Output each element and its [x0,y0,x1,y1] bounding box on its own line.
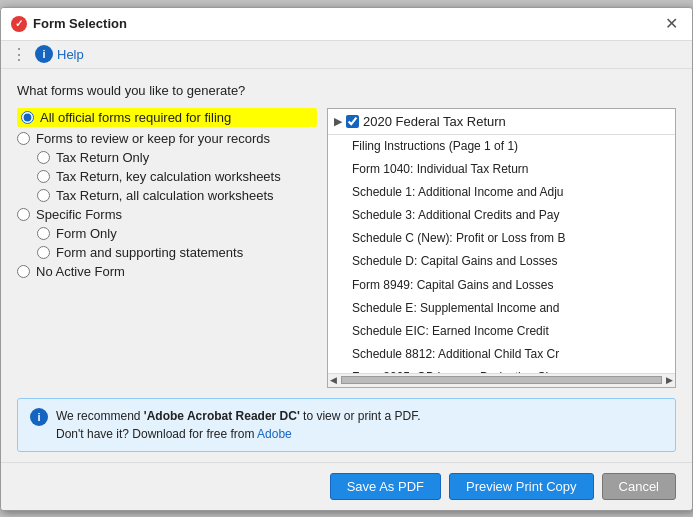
list-item[interactable]: Schedule 3: Additional Credits and Pay [328,204,675,227]
toolbar: ⋮ i Help [1,41,692,69]
main-area: All official forms required for filing F… [17,108,676,388]
radio-opt1[interactable] [21,111,34,124]
close-button[interactable]: ✕ [661,14,682,34]
horizontal-scrollbar[interactable]: ◀ ▶ [328,373,675,387]
form-title-icon: ✓ [11,16,27,32]
scroll-thumb-horizontal[interactable] [341,376,662,384]
radio-row-opt4: No Active Form [17,264,317,279]
list-item[interactable]: Schedule 1: Additional Income and Adju [328,181,675,204]
radio-row-opt1: All official forms required for filing [17,108,317,127]
info-bold-text: 'Adobe Acrobat Reader DC' [144,409,300,423]
radio-section: All official forms required for filing F… [17,108,317,283]
list-item[interactable]: Schedule 8812: Additional Child Tax Cr [328,343,675,366]
radio-label-opt2a[interactable]: Tax Return Only [56,150,149,165]
info-message2: to view or print a PDF. [300,409,421,423]
info-icon: i [30,408,48,426]
radio-opt2[interactable] [17,132,30,145]
radio-opt4[interactable] [17,265,30,278]
tree-collapse-icon[interactable]: ▶ [334,115,342,128]
radio-label-opt2[interactable]: Forms to review or keep for your records [36,131,270,146]
radio-opt2a[interactable] [37,151,50,164]
preview-print-copy-button[interactable]: Preview Print Copy [449,473,594,500]
list-item[interactable]: Schedule D: Capital Gains and Losses [328,250,675,273]
form-list-container: ▶ 2020 Federal Tax Return Filing Instruc… [327,108,676,388]
radio-label-opt2b[interactable]: Tax Return, key calculation worksheets [56,169,281,184]
radio-row-opt3a: Form Only [37,226,317,241]
radio-label-opt1[interactable]: All official forms required for filing [40,110,231,125]
scroll-right-icon[interactable]: ▶ [666,375,673,385]
radio-opt3a[interactable] [37,227,50,240]
radio-opt3[interactable] [17,208,30,221]
toolbar-dots-icon: ⋮ [11,45,27,64]
radio-row-opt2: Forms to review or keep for your records [17,131,317,146]
radio-opt2b[interactable] [37,170,50,183]
question-label: What forms would you like to generate? [17,83,676,98]
radio-label-opt3b[interactable]: Form and supporting statements [56,245,243,260]
adobe-link[interactable]: Adobe [257,427,292,441]
radio-opt2c[interactable] [37,189,50,202]
footer: Save As PDF Preview Print Copy Cancel [1,462,692,510]
radio-label-opt4[interactable]: No Active Form [36,264,125,279]
list-item[interactable]: Schedule EIC: Earned Income Credit [328,320,675,343]
form-selection-dialog: ✓ Form Selection ✕ ⋮ i Help What forms w… [0,7,693,511]
cancel-button[interactable]: Cancel [602,473,676,500]
scroll-left-icon[interactable]: ◀ [330,375,337,385]
radio-label-opt2c[interactable]: Tax Return, all calculation worksheets [56,188,274,203]
radio-row-opt2b: Tax Return, key calculation worksheets [37,169,317,184]
list-item[interactable]: Schedule E: Supplemental Income and [328,297,675,320]
form-list-header: ▶ 2020 Federal Tax Return [328,109,675,135]
list-item[interactable]: Schedule C (New): Profit or Loss from B [328,227,675,250]
form-list-scroll[interactable]: Filing Instructions (Page 1 of 1) Form 1… [328,135,675,373]
radio-opt3b[interactable] [37,246,50,259]
info-bar: i We recommend 'Adobe Acrobat Reader DC'… [17,398,676,452]
help-link[interactable]: Help [57,47,84,62]
radio-label-opt3[interactable]: Specific Forms [36,207,122,222]
radio-row-opt3: Specific Forms [17,207,317,222]
radio-row-opt2a: Tax Return Only [37,150,317,165]
content-area: What forms would you like to generate? A… [1,69,692,462]
list-item[interactable]: Form 8949: Capital Gains and Losses [328,274,675,297]
radio-row-opt3b: Form and supporting statements [37,245,317,260]
form-list-header-checkbox[interactable] [346,115,359,128]
dialog-title: Form Selection [33,16,127,31]
radio-label-opt3a[interactable]: Form Only [56,226,117,241]
title-bar-left: ✓ Form Selection [11,16,127,32]
info-line2: Don't have it? Download for free from [56,427,257,441]
save-as-pdf-button[interactable]: Save As PDF [330,473,441,500]
radio-row-opt2c: Tax Return, all calculation worksheets [37,188,317,203]
help-icon: i [35,45,53,63]
list-item[interactable]: Form 1040: Individual Tax Return [328,158,675,181]
info-text: We recommend 'Adobe Acrobat Reader DC' t… [56,407,420,443]
info-message: We recommend [56,409,144,423]
list-item[interactable]: Filing Instructions (Page 1 of 1) [328,135,675,158]
title-bar: ✓ Form Selection ✕ [1,8,692,41]
form-list-header-label: 2020 Federal Tax Return [363,114,506,129]
